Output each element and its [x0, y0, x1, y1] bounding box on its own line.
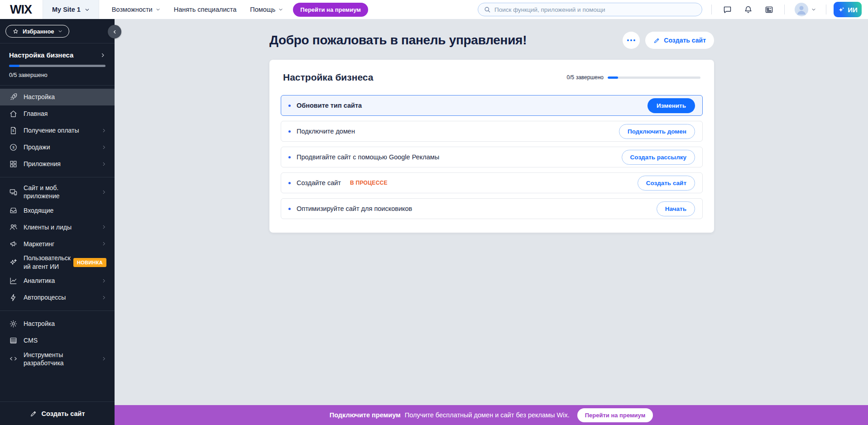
analytics-icon — [9, 277, 18, 285]
sidebar-item-label: Сайт и моб. приложение — [24, 184, 74, 200]
account-menu[interactable] — [795, 3, 816, 16]
bell-icon[interactable] — [743, 4, 753, 15]
card-progress-label: 0/5 завершено — [567, 74, 604, 81]
card-progress-bar — [608, 76, 700, 79]
banner-bold-text: Подключите премиум — [330, 411, 401, 419]
sidebar-item-label: Приложения — [24, 160, 61, 168]
star-icon — [12, 28, 19, 35]
task-action-button[interactable]: Подключить домен — [619, 124, 695, 139]
nav-help-label: Помощь — [250, 6, 275, 13]
chevron-right-icon — [101, 190, 106, 195]
business-setup-summary[interactable]: Настройка бизнеса 0/5 завершено — [0, 43, 115, 85]
task-status-badge: В ПРОЦЕССЕ — [350, 180, 388, 186]
ai-agent-icon — [9, 258, 18, 267]
ai-button-label: ИИ — [848, 6, 858, 14]
task-list: Обновите тип сайта Изменить Подключите д… — [281, 95, 703, 219]
marketing-icon — [9, 239, 18, 248]
chat-icon[interactable] — [722, 4, 733, 15]
sidebar-item-apps[interactable]: Приложения — [0, 156, 115, 172]
nav-features[interactable]: Возможности — [112, 6, 160, 13]
sidebar-item-label: Маркетинг — [24, 240, 54, 248]
bullet-icon — [288, 182, 291, 184]
sidebar-item-setup[interactable]: Настройка — [0, 89, 115, 105]
sidebar-item-ai-agent[interactable]: Пользовательский агент ИИ НОВИНКА — [0, 252, 115, 272]
sidebar-collapse-button[interactable] — [108, 25, 121, 38]
chevron-right-icon — [101, 224, 106, 229]
bullet-icon — [288, 105, 291, 107]
sidebar-create-site-button[interactable]: Создать сайт — [0, 401, 115, 425]
sidebar-item-home[interactable]: Главная — [0, 105, 115, 122]
setup-progress-fill — [9, 65, 19, 67]
sales-icon: $ — [9, 143, 18, 152]
svg-text:$: $ — [13, 145, 15, 149]
task-row-google-ads[interactable]: Продвигайте сайт с помощью Google Реклам… — [281, 147, 703, 167]
bullet-icon — [288, 156, 291, 158]
task-action-button[interactable]: Изменить — [647, 98, 695, 113]
updates-icon[interactable] — [763, 4, 774, 15]
sidebar-item-label: Клиенты и лиды — [24, 223, 72, 231]
sidebar-item-label: Настройка — [24, 320, 55, 328]
task-label: Обновите тип сайта — [297, 102, 362, 109]
chevron-right-icon — [101, 295, 106, 300]
sidebar-item-cms[interactable]: CMS — [0, 332, 115, 349]
sidebar-item-analytics[interactable]: Аналитика — [0, 272, 115, 289]
upgrade-premium-button[interactable]: Перейти на премиум — [293, 3, 368, 17]
contacts-icon — [9, 223, 18, 231]
chevron-right-icon — [101, 162, 106, 167]
ai-assistant-button[interactable]: ИИ — [834, 2, 862, 17]
sidebar-item-site-and-app[interactable]: Сайт и моб. приложение — [0, 182, 115, 202]
banner-premium-button[interactable]: Перейти на премиум — [577, 408, 653, 422]
sidebar-item-sales[interactable]: $ Продажи — [0, 139, 115, 156]
sidebar-item-label: Аналитика — [24, 277, 55, 285]
task-action-button[interactable]: Начать — [657, 201, 695, 216]
global-search[interactable] — [478, 3, 702, 16]
sidebar-item-contacts[interactable]: Клиенты и лиды — [0, 219, 115, 235]
business-setup-title: Настройка бизнеса — [9, 51, 73, 59]
task-row-update-site-type[interactable]: Обновите тип сайта Изменить — [281, 95, 703, 116]
task-row-connect-domain[interactable]: Подключите домен Подключить домен — [281, 121, 703, 142]
sidebar-item-label: Настройка — [24, 93, 55, 101]
main-area: Добро пожаловать в панель управления! Со… — [115, 19, 868, 405]
site-selector[interactable]: My Site 1 — [43, 0, 99, 19]
chevron-down-icon — [278, 7, 283, 12]
task-row-create-site[interactable]: Создайте сайт В ПРОЦЕССЕ Создать сайт — [281, 172, 703, 193]
sidebar-item-label: CMS — [24, 336, 38, 344]
nav-help[interactable]: Помощь — [250, 6, 283, 13]
chevron-down-icon — [58, 29, 62, 33]
nav-hire-professional[interactable]: Нанять специалиста — [174, 6, 237, 13]
task-action-button[interactable]: Создать сайт — [638, 176, 695, 191]
sidebar-item-inbox[interactable]: Входящие — [0, 202, 115, 219]
chevron-right-icon — [101, 128, 106, 133]
apps-icon — [9, 160, 18, 168]
search-icon — [484, 6, 491, 13]
search-input[interactable] — [494, 6, 696, 13]
sidebar-item-label: Главная — [24, 110, 48, 118]
ai-sparkle-icon — [838, 6, 845, 14]
sidebar-item-payments[interactable]: $ Получение оплаты — [0, 122, 115, 139]
site-selector-label: My Site 1 — [52, 6, 81, 13]
bullet-icon — [288, 130, 291, 133]
sidebar-item-marketing[interactable]: Маркетинг — [0, 235, 115, 252]
chevron-down-icon — [85, 7, 90, 12]
sidebar-item-automations[interactable]: Автопроцессы — [0, 289, 115, 306]
task-action-button[interactable]: Создать рассылку — [622, 150, 695, 165]
avatar — [795, 3, 808, 16]
pencil-icon — [30, 410, 37, 417]
create-site-label: Создать сайт — [664, 37, 706, 44]
create-site-button[interactable]: Создать сайт — [645, 32, 714, 49]
gear-icon — [9, 320, 18, 328]
chevron-right-icon — [101, 356, 106, 361]
divider — [784, 5, 785, 14]
chevron-down-icon — [156, 7, 160, 12]
divider — [711, 5, 712, 14]
sidebar-item-label: Получение оплаты — [24, 126, 79, 134]
pencil-icon — [653, 37, 660, 44]
task-row-seo[interactable]: Оптимизируйте сайт для поисковиков Начат… — [281, 198, 703, 219]
chevron-right-icon — [101, 278, 106, 283]
sidebar-item-settings[interactable]: Настройка — [0, 315, 115, 332]
sidebar-item-label: Пользовательский агент ИИ — [24, 254, 73, 270]
more-options-button[interactable] — [623, 32, 640, 49]
favorites-dropdown[interactable]: Избранное — [5, 25, 69, 38]
sidebar-item-dev-tools[interactable]: Инструменты разработчика — [0, 349, 115, 369]
sidebar-item-label: Автопроцессы — [24, 293, 66, 301]
